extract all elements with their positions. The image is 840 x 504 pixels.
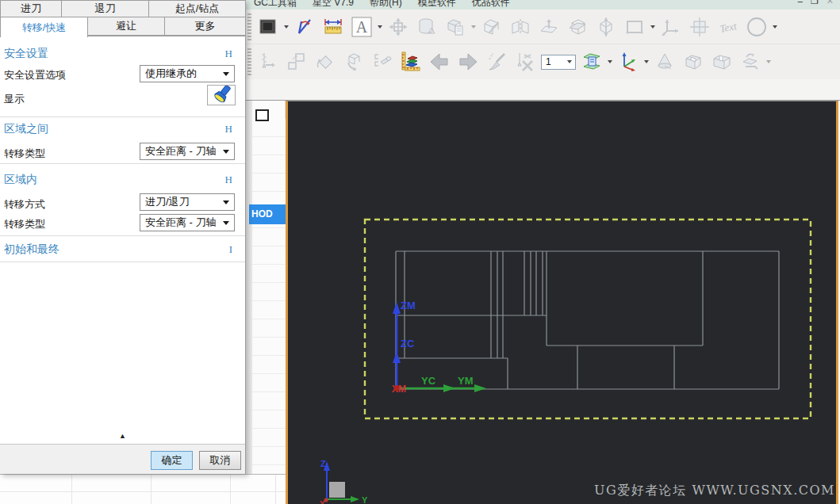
- svg-text:Text: Text: [719, 19, 738, 34]
- copy-operation-icon[interactable]: [282, 48, 311, 76]
- within-transfer-method-label: 转移方式: [4, 197, 45, 212]
- mold-core-icon[interactable]: [708, 48, 736, 76]
- ym-axis-label: YM: [458, 375, 474, 387]
- triad-z-label: Z: [320, 459, 326, 468]
- menu-youpin-software[interactable]: 优品软件: [472, 0, 510, 10]
- menu-gc-toolbox[interactable]: GC工具箱: [254, 0, 297, 10]
- section-safety-marker: H: [225, 48, 232, 60]
- section-initial-marker: I: [229, 243, 232, 256]
- measure-angle-icon[interactable]: [290, 13, 319, 41]
- restore-window-icon[interactable]: [255, 109, 269, 121]
- tab-more[interactable]: 更多: [164, 17, 246, 36]
- navigator-selected-item[interactable]: HOD: [249, 204, 286, 224]
- copy-feature-icon[interactable]: [441, 13, 470, 41]
- section-within-region[interactable]: 区域内: [4, 173, 37, 187]
- boss-cylinder-icon[interactable]: [412, 13, 441, 41]
- layer-value: 1: [546, 56, 551, 67]
- part-validate-caret-icon[interactable]: [765, 48, 773, 76]
- layer-combobox[interactable]: 1: [541, 55, 576, 70]
- within-transfer-type-dropdown[interactable]: 安全距离 - 刀轴: [140, 214, 235, 231]
- flashlight-icon: [210, 86, 232, 105]
- text-feature-icon[interactable]: Text: [714, 13, 742, 41]
- navigator-strip: [246, 101, 252, 474]
- tab-retract[interactable]: 退刀: [61, 0, 149, 17]
- extrude-axis-icon[interactable]: [592, 13, 620, 41]
- menu-mold-software[interactable]: 模壁软件: [418, 0, 456, 10]
- close-icon[interactable]: ✕: [827, 0, 834, 6]
- spot-drill-icon[interactable]: [254, 48, 282, 76]
- section-within-marker: H: [225, 174, 232, 186]
- sketch-rectangle-caret-icon[interactable]: [649, 13, 657, 41]
- transfer-rapid-dialog: 进刀 退刀 起点/钻点 转移/快速 避让 更多 安全设置 H 安全设置选项 使用…: [0, 0, 246, 474]
- drill-delete-icon[interactable]: [511, 48, 539, 76]
- within-transfer-type-label: 转移类型: [4, 217, 45, 231]
- part-validate-icon[interactable]: [736, 48, 765, 76]
- cancel-button[interactable]: 取消: [199, 451, 241, 470]
- datum-plane-icon[interactable]: [685, 13, 714, 41]
- view-triad: [324, 461, 359, 502]
- wcs-orient-caret-icon[interactable]: [642, 48, 650, 76]
- mirror-feature-icon[interactable]: [506, 13, 535, 41]
- section-initial-final[interactable]: 初始和最终: [4, 242, 59, 257]
- menu-help[interactable]: 帮助(H): [370, 0, 402, 10]
- display-flashlight-button[interactable]: [207, 85, 236, 105]
- rotate-component-icon[interactable]: [311, 48, 339, 76]
- tab-transfer-rapid[interactable]: 转移/快速: [0, 17, 88, 37]
- minimize-icon[interactable]: –: [798, 0, 803, 6]
- extract-sheet-icon[interactable]: [535, 13, 563, 41]
- toolbar-drag-handle-2[interactable]: [247, 48, 251, 75]
- tab-engage[interactable]: 进刀: [0, 0, 62, 17]
- operation-navigator[interactable]: [252, 101, 286, 474]
- nx-application-window: GC工具箱 星空 V7.9 帮助(H) 模壁软件 优品软件 – ❐ ✕: [0, 0, 840, 504]
- wave-linker-icon[interactable]: [478, 13, 506, 41]
- tab-start-drill-points[interactable]: 起点/钻点: [148, 0, 246, 17]
- yc-axis-label: YC: [421, 375, 436, 387]
- safety-option-dropdown[interactable]: 使用继承的: [140, 65, 235, 82]
- copy-feature-caret-icon[interactable]: [470, 13, 478, 41]
- wcs-orient-icon[interactable]: [614, 48, 642, 76]
- annotation-text-caret-icon[interactable]: [376, 13, 384, 41]
- section-between-regions[interactable]: 区域之间: [4, 122, 48, 136]
- thread-pin-icon[interactable]: [368, 48, 397, 76]
- trim-body-icon[interactable]: [563, 13, 592, 41]
- layer-settings-caret-icon[interactable]: [606, 48, 614, 76]
- navigate-back-icon[interactable]: [425, 48, 454, 76]
- display-mode-caret-icon[interactable]: [282, 13, 290, 41]
- navigator-rows: [252, 119, 286, 474]
- menu-bar: GC工具箱 星空 V7.9 帮助(H) 模壁软件 优品软件 – ❐ ✕: [246, 0, 840, 10]
- triad-x-label: X: [320, 500, 325, 504]
- layer-settings-icon[interactable]: [577, 48, 606, 76]
- background-table: [0, 474, 286, 504]
- paste-operation-icon[interactable]: [339, 48, 368, 76]
- datum-csys-icon[interactable]: [657, 13, 685, 41]
- part-wireframe: [396, 251, 779, 389]
- svg-text:A: A: [356, 18, 368, 36]
- toolbar-row-1: A: [246, 10, 840, 44]
- tab-avoidance[interactable]: 避让: [87, 17, 165, 36]
- mold-cavity-icon[interactable]: [679, 48, 708, 76]
- navigate-forward-icon[interactable]: [454, 48, 482, 76]
- within-transfer-method-dropdown[interactable]: 进刀/退刀: [140, 193, 235, 211]
- toolbar-area: A: [246, 10, 840, 79]
- ok-button[interactable]: 确定: [151, 451, 193, 470]
- toolbar-row-2: 1: [246, 44, 840, 79]
- cleanup-brush-icon[interactable]: [482, 48, 511, 76]
- move-object-icon[interactable]: [384, 13, 412, 41]
- section-safety-settings[interactable]: 安全设置: [4, 47, 48, 61]
- sketch-rectangle-icon[interactable]: [620, 13, 649, 41]
- graphics-viewport[interactable]: ZM ZC YC YM XM Z Y X: [286, 101, 838, 504]
- menu-starsky[interactable]: 星空 V7.9: [313, 0, 354, 10]
- cone-tool-icon[interactable]: [650, 48, 679, 76]
- toolbar-drag-handle[interactable]: [247, 13, 251, 40]
- analysis-steps-icon[interactable]: [397, 48, 425, 76]
- measure-distance-icon[interactable]: [319, 13, 347, 41]
- restore-icon[interactable]: ❐: [811, 0, 819, 6]
- zc-axis-label: ZC: [401, 338, 415, 349]
- display-mode-swatch-icon[interactable]: [254, 13, 282, 41]
- between-transfer-type-label: 转移类型: [4, 147, 45, 161]
- between-transfer-type-dropdown[interactable]: 安全距离 - 刀轴: [140, 143, 235, 160]
- circle-tool-icon[interactable]: [742, 13, 771, 41]
- dialog-collapse-arrow[interactable]: ▲: [0, 432, 245, 444]
- annotation-text-icon[interactable]: A: [347, 13, 376, 41]
- circle-tool-caret-icon[interactable]: [771, 13, 779, 41]
